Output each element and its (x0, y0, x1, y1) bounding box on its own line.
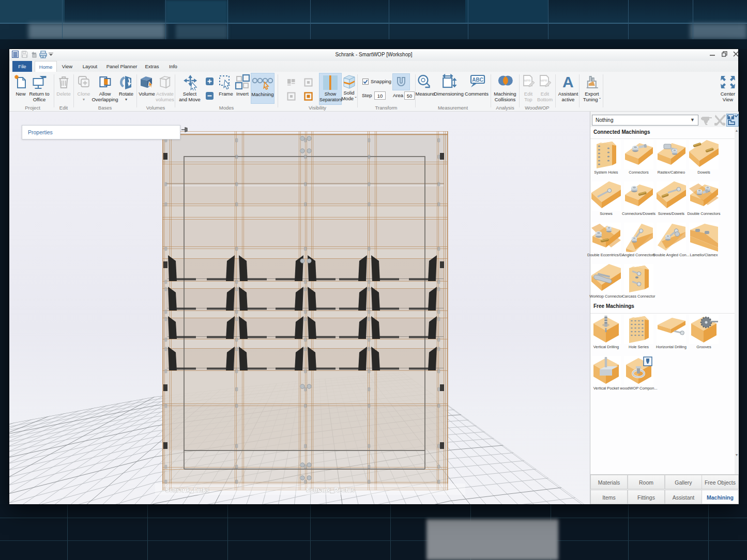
svg-text:Schrank_Rechts: Schrank_Rechts (306, 487, 355, 494)
svg-text:MPR: MPR (540, 79, 547, 82)
svg-text:ABC: ABC (472, 77, 483, 83)
svg-text:MPR: MPR (524, 79, 531, 82)
svg-text:Schrank_Links: Schrank_Links (165, 487, 210, 494)
svg-text:A: A (562, 74, 574, 90)
